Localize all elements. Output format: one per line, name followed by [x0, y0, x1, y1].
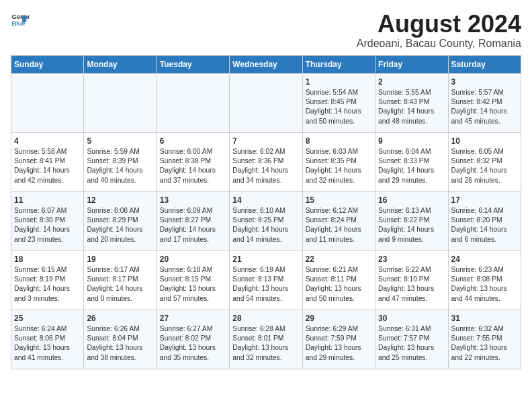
calendar-cell: 14Sunrise: 6:10 AM Sunset: 8:25 PM Dayli…	[230, 191, 302, 250]
calendar-cell: 13Sunrise: 6:09 AM Sunset: 8:27 PM Dayli…	[157, 191, 229, 250]
day-number: 3	[451, 77, 518, 87]
cell-text: Sunrise: 6:29 AM Sunset: 7:59 PM Dayligh…	[306, 324, 372, 363]
day-number: 27	[160, 314, 226, 323]
cell-text: Sunrise: 6:05 AM Sunset: 8:32 PM Dayligh…	[451, 147, 518, 186]
day-number: 21	[232, 255, 299, 264]
cell-text: Sunrise: 6:12 AM Sunset: 8:24 PM Dayligh…	[306, 206, 372, 245]
cell-text: Sunrise: 6:02 AM Sunset: 8:36 PM Dayligh…	[232, 147, 299, 186]
weekday-header-row: SundayMondayTuesdayWednesdayThursdayFrid…	[11, 55, 521, 73]
calendar-cell: 6Sunrise: 6:00 AM Sunset: 8:38 PM Daylig…	[157, 132, 229, 191]
day-number: 2	[378, 77, 445, 87]
calendar-cell: 29Sunrise: 6:29 AM Sunset: 7:59 PM Dayli…	[302, 310, 375, 369]
cell-text: Sunrise: 6:22 AM Sunset: 8:10 PM Dayligh…	[378, 265, 445, 304]
cell-text: Sunrise: 6:17 AM Sunset: 8:17 PM Dayligh…	[87, 265, 153, 304]
day-number: 9	[378, 136, 445, 146]
calendar-cell: 18Sunrise: 6:15 AM Sunset: 8:19 PM Dayli…	[11, 250, 84, 310]
weekday-header: Sunday	[11, 55, 84, 73]
calendar-cell	[230, 73, 302, 132]
cell-text: Sunrise: 6:00 AM Sunset: 8:38 PM Dayligh…	[160, 147, 226, 186]
day-number: 26	[87, 314, 153, 323]
main-title: August 2024	[357, 11, 521, 38]
calendar-cell	[11, 73, 84, 132]
day-number: 14	[232, 195, 299, 205]
calendar-cell: 10Sunrise: 6:05 AM Sunset: 8:32 PM Dayli…	[448, 132, 521, 191]
calendar-cell	[157, 73, 229, 132]
calendar-cell: 30Sunrise: 6:31 AM Sunset: 7:57 PM Dayli…	[375, 310, 448, 369]
weekday-header: Thursday	[302, 55, 375, 73]
calendar-cell: 7Sunrise: 6:02 AM Sunset: 8:36 PM Daylig…	[230, 132, 302, 191]
weekday-header: Monday	[84, 55, 157, 73]
day-number: 8	[306, 136, 372, 146]
cell-text: Sunrise: 6:24 AM Sunset: 8:06 PM Dayligh…	[14, 324, 81, 363]
calendar-cell: 3Sunrise: 5:57 AM Sunset: 8:42 PM Daylig…	[448, 73, 521, 132]
calendar-cell: 27Sunrise: 6:27 AM Sunset: 8:02 PM Dayli…	[157, 310, 229, 369]
calendar-cell: 25Sunrise: 6:24 AM Sunset: 8:06 PM Dayli…	[11, 310, 84, 369]
calendar-cell: 16Sunrise: 6:13 AM Sunset: 8:22 PM Dayli…	[375, 191, 448, 250]
cell-text: Sunrise: 6:31 AM Sunset: 7:57 PM Dayligh…	[378, 324, 445, 363]
day-number: 10	[451, 136, 518, 146]
cell-text: Sunrise: 5:55 AM Sunset: 8:43 PM Dayligh…	[378, 88, 445, 127]
cell-text: Sunrise: 6:28 AM Sunset: 8:01 PM Dayligh…	[232, 324, 299, 363]
calendar-week-row: 25Sunrise: 6:24 AM Sunset: 8:06 PM Dayli…	[11, 310, 521, 369]
day-number: 15	[306, 195, 372, 205]
cell-text: Sunrise: 5:59 AM Sunset: 8:39 PM Dayligh…	[87, 147, 153, 186]
calendar-cell: 17Sunrise: 6:14 AM Sunset: 8:20 PM Dayli…	[448, 191, 521, 250]
calendar-week-row: 4Sunrise: 5:58 AM Sunset: 8:41 PM Daylig…	[11, 132, 521, 191]
calendar-cell: 15Sunrise: 6:12 AM Sunset: 8:24 PM Dayli…	[302, 191, 375, 250]
day-number: 31	[451, 314, 518, 323]
calendar-week-row: 11Sunrise: 6:07 AM Sunset: 8:30 PM Dayli…	[11, 191, 521, 250]
day-number: 24	[451, 255, 518, 264]
calendar-cell: 20Sunrise: 6:18 AM Sunset: 8:15 PM Dayli…	[157, 250, 229, 310]
cell-text: Sunrise: 6:27 AM Sunset: 8:02 PM Dayligh…	[160, 324, 226, 363]
cell-text: Sunrise: 6:04 AM Sunset: 8:33 PM Dayligh…	[378, 147, 445, 186]
day-number: 13	[160, 195, 226, 205]
day-number: 16	[378, 195, 445, 205]
day-number: 30	[378, 314, 445, 323]
day-number: 25	[14, 314, 81, 323]
cell-text: Sunrise: 6:23 AM Sunset: 8:08 PM Dayligh…	[451, 265, 518, 304]
cell-text: Sunrise: 6:07 AM Sunset: 8:30 PM Dayligh…	[14, 206, 81, 245]
calendar-table: SundayMondayTuesdayWednesdayThursdayFrid…	[11, 55, 521, 369]
cell-text: Sunrise: 6:15 AM Sunset: 8:19 PM Dayligh…	[14, 265, 81, 304]
calendar-cell: 1Sunrise: 5:54 AM Sunset: 8:45 PM Daylig…	[302, 73, 375, 132]
calendar-cell: 12Sunrise: 6:08 AM Sunset: 8:29 PM Dayli…	[84, 191, 157, 250]
day-number: 12	[87, 195, 153, 205]
calendar-cell	[84, 73, 157, 132]
cell-text: Sunrise: 6:18 AM Sunset: 8:15 PM Dayligh…	[160, 265, 226, 304]
calendar-cell: 11Sunrise: 6:07 AM Sunset: 8:30 PM Dayli…	[11, 191, 84, 250]
day-number: 4	[14, 136, 81, 146]
cell-text: Sunrise: 6:03 AM Sunset: 8:35 PM Dayligh…	[306, 147, 372, 186]
weekday-header: Wednesday	[230, 55, 302, 73]
day-number: 29	[306, 314, 372, 323]
calendar-cell: 5Sunrise: 5:59 AM Sunset: 8:39 PM Daylig…	[84, 132, 157, 191]
page-header: General Blue August 2024 Ardeoani, Bacau…	[11, 11, 521, 50]
calendar-cell: 26Sunrise: 6:26 AM Sunset: 8:04 PM Dayli…	[84, 310, 157, 369]
day-number: 18	[14, 255, 81, 264]
cell-text: Sunrise: 6:08 AM Sunset: 8:29 PM Dayligh…	[87, 206, 153, 245]
calendar-cell: 24Sunrise: 6:23 AM Sunset: 8:08 PM Dayli…	[448, 250, 521, 310]
day-number: 28	[232, 314, 299, 323]
day-number: 1	[306, 77, 372, 87]
calendar-cell: 22Sunrise: 6:21 AM Sunset: 8:11 PM Dayli…	[302, 250, 375, 310]
cell-text: Sunrise: 5:58 AM Sunset: 8:41 PM Dayligh…	[14, 147, 81, 186]
day-number: 6	[160, 136, 226, 146]
day-number: 7	[232, 136, 299, 146]
cell-text: Sunrise: 6:10 AM Sunset: 8:25 PM Dayligh…	[232, 206, 299, 245]
day-number: 22	[306, 255, 372, 264]
cell-text: Sunrise: 6:32 AM Sunset: 7:55 PM Dayligh…	[451, 324, 518, 363]
calendar-cell: 28Sunrise: 6:28 AM Sunset: 8:01 PM Dayli…	[230, 310, 302, 369]
calendar-cell: 8Sunrise: 6:03 AM Sunset: 8:35 PM Daylig…	[302, 132, 375, 191]
calendar-cell: 2Sunrise: 5:55 AM Sunset: 8:43 PM Daylig…	[375, 73, 448, 132]
cell-text: Sunrise: 6:21 AM Sunset: 8:11 PM Dayligh…	[306, 265, 372, 304]
calendar-cell: 31Sunrise: 6:32 AM Sunset: 7:55 PM Dayli…	[448, 310, 521, 369]
weekday-header: Friday	[375, 55, 448, 73]
cell-text: Sunrise: 6:26 AM Sunset: 8:04 PM Dayligh…	[87, 324, 153, 363]
title-block: August 2024 Ardeoani, Bacau County, Roma…	[357, 11, 521, 50]
logo: General Blue	[11, 11, 30, 32]
cell-text: Sunrise: 6:14 AM Sunset: 8:20 PM Dayligh…	[451, 206, 518, 245]
calendar-cell: 23Sunrise: 6:22 AM Sunset: 8:10 PM Dayli…	[375, 250, 448, 310]
day-number: 23	[378, 255, 445, 264]
calendar-cell: 9Sunrise: 6:04 AM Sunset: 8:33 PM Daylig…	[375, 132, 448, 191]
cell-text: Sunrise: 6:09 AM Sunset: 8:27 PM Dayligh…	[160, 206, 226, 245]
calendar-cell: 19Sunrise: 6:17 AM Sunset: 8:17 PM Dayli…	[84, 250, 157, 310]
